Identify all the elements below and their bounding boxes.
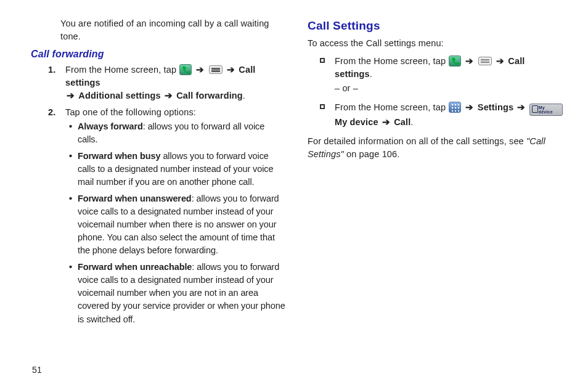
my-device-tab-icon: My device: [529, 104, 563, 116]
cs1-lead: From the Home screen, tap: [335, 56, 448, 66]
svg-point-2: [458, 104, 460, 105]
svg-point-7: [455, 110, 457, 112]
closing-paragraph: For detailed information on all of the c…: [308, 135, 563, 161]
svg-point-8: [458, 110, 460, 112]
label-my-device: My device: [335, 117, 378, 127]
step-1-number: 1.: [48, 63, 55, 76]
svg-point-1: [455, 104, 457, 105]
label-call-forwarding: Call forwarding: [176, 91, 243, 100]
step-2-lead: Tap one of the following options:: [65, 107, 196, 117]
label-call: Call: [394, 117, 410, 127]
opt-always-forward: Always forward: allows you to forward al…: [69, 120, 287, 146]
step-2: 2. Tap one of the following options: Alw…: [48, 106, 287, 325]
apps-icon: [449, 102, 461, 113]
label-additional-settings: Additional settings: [78, 91, 160, 100]
arrow-icon: ➔: [163, 89, 174, 102]
manual-page: You are notified of an incoming call by …: [0, 0, 588, 392]
svg-point-4: [455, 107, 457, 108]
opt-forward-unreachable: Forward when unreachable: allows you to …: [69, 261, 287, 325]
call-waiting-intro: You are notified of an incoming call by …: [60, 17, 287, 43]
step-1-lead: From the Home screen, tap: [65, 65, 179, 75]
opt-forward-unanswered: Forward when unanswered: allows you to f…: [69, 192, 287, 257]
opt-forward-busy: Forward when busy allows you to forward …: [69, 150, 287, 189]
svg-point-0: [452, 104, 454, 105]
svg-point-6: [452, 110, 454, 112]
arrow-icon: ➔: [464, 55, 475, 68]
call-settings-sub: To access the Call settings menu:: [308, 37, 563, 50]
arrow-icon: ➔: [195, 63, 205, 76]
heading-call-forwarding: Call forwarding: [31, 47, 287, 61]
or-divider: – or –: [335, 82, 563, 95]
page-number: 51: [32, 364, 42, 376]
arrow-icon: ➔: [226, 63, 236, 76]
arrow-icon: ➔: [495, 55, 505, 68]
label-settings: Settings: [478, 102, 513, 112]
arrow-icon: ➔: [516, 101, 526, 114]
svg-point-5: [458, 107, 460, 108]
cs2-lead: From the Home screen, tap: [335, 102, 448, 112]
arrow-icon: ➔: [464, 101, 475, 114]
heading-call-settings: Call Settings: [308, 17, 563, 35]
step-1: 1. From the Home screen, tap ➔ ➔ Call se…: [48, 63, 287, 102]
cs-option-1: From the Home screen, tap ➔ ➔ Call setti…: [320, 55, 563, 95]
menu-icon: [478, 57, 492, 65]
phone-icon: [179, 64, 192, 75]
arrow-icon: ➔: [65, 89, 76, 102]
phone-icon: [449, 55, 461, 67]
cs-option-2: From the Home screen, tap ➔ Settings ➔: [320, 101, 563, 129]
column-right: Call Settings To access the Call setting…: [308, 17, 563, 330]
svg-point-3: [452, 107, 454, 108]
column-left: You are notified of an incoming call by …: [31, 17, 287, 330]
menu-icon: [209, 65, 223, 74]
step-2-number: 2.: [48, 106, 55, 119]
arrow-icon: ➔: [381, 116, 391, 129]
